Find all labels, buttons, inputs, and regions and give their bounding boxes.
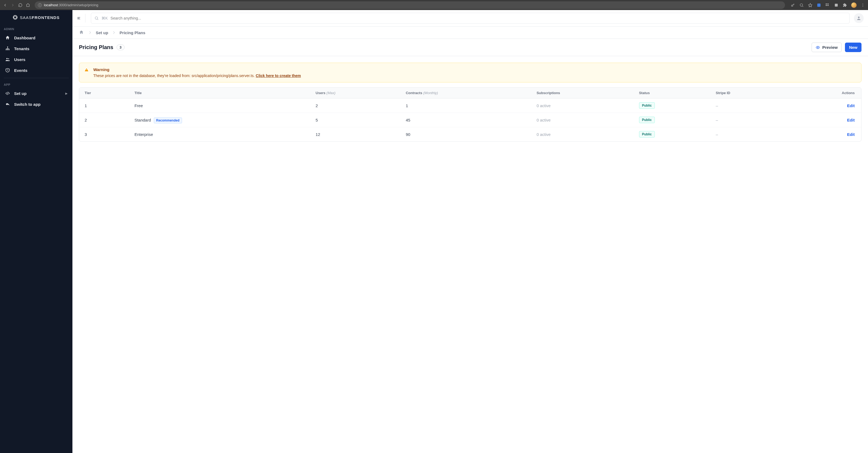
browser-back-icon[interactable]: [3, 3, 8, 8]
cell-title: Free: [131, 98, 312, 113]
sidebar-item-label: Dashboard: [14, 35, 35, 40]
sidebar-section-admin: ADMIN: [0, 25, 72, 32]
brand-text-bold: FRONTENDS: [32, 15, 59, 20]
svg-point-4: [863, 3, 863, 4]
cell-actions: Edit: [785, 127, 861, 142]
cell-stripe: –: [712, 127, 785, 142]
cell-tier: 1: [79, 98, 131, 113]
svg-rect-11: [9, 49, 9, 50]
home-icon: [5, 35, 10, 40]
svg-rect-9: [6, 49, 6, 50]
cell-subscriptions: 0 active: [533, 127, 635, 142]
browser-forward-icon[interactable]: [10, 3, 15, 8]
topbar: ⌘K: [72, 10, 868, 27]
cell-tier: 2: [79, 113, 131, 127]
sidebar-item-label: Events: [14, 68, 27, 73]
svg-point-17: [817, 47, 818, 48]
sidebar: SAASFRONTENDS ADMIN Dashboard Tenants Us…: [0, 10, 72, 453]
cell-stripe: –: [712, 113, 785, 127]
edit-link[interactable]: Edit: [847, 103, 855, 108]
edit-link[interactable]: Edit: [847, 132, 855, 137]
cell-users: 2: [312, 98, 402, 113]
warning-alert: Warning These prices are not in the data…: [79, 63, 862, 83]
clock-icon: [5, 67, 10, 73]
cell-tier: 3: [79, 127, 131, 142]
cell-subscriptions: 0 active: [533, 98, 635, 113]
new-button[interactable]: New: [845, 42, 862, 52]
th-users: Users (Max): [312, 88, 402, 98]
svg-point-16: [858, 17, 860, 18]
translate-icon[interactable]: [816, 3, 822, 8]
sidebar-item-tenants[interactable]: Tenants: [0, 43, 72, 54]
sidebar-toggle-button[interactable]: [77, 14, 86, 23]
sidebar-item-label: Switch to app: [14, 102, 41, 107]
cell-contracts: 45: [402, 113, 533, 127]
breadcrumb-setup[interactable]: Set up: [96, 30, 108, 35]
table-row: 2StandardRecommended5450 activePublic–Ed…: [79, 113, 861, 127]
cell-users: 12: [312, 127, 402, 142]
user-menu-button[interactable]: [854, 13, 864, 23]
th-subscriptions: Subscriptions: [533, 88, 635, 98]
th-title: Title: [131, 88, 312, 98]
cell-users: 5: [312, 113, 402, 127]
th-stripe: Stripe ID: [712, 88, 785, 98]
sidebar-item-users[interactable]: Users: [0, 54, 72, 65]
breadcrumb-home-icon[interactable]: [79, 30, 84, 35]
dropbox-icon[interactable]: [825, 3, 830, 8]
cell-status: Public: [635, 127, 712, 142]
extension-icon-1[interactable]: [834, 3, 839, 8]
url-host: localhost: [44, 3, 58, 7]
code-icon: [5, 91, 10, 96]
status-badge: Public: [639, 117, 655, 123]
star-icon[interactable]: [808, 3, 813, 8]
page-title: Pricing Plans: [79, 44, 113, 51]
chevron-right-icon: [88, 30, 93, 35]
chevron-right-icon: ▶: [65, 92, 67, 95]
browser-reload-icon[interactable]: [18, 3, 23, 8]
svg-point-15: [95, 17, 98, 19]
status-badge: Public: [639, 102, 655, 109]
zoom-icon[interactable]: [799, 3, 804, 8]
browser-toolbar-right: [790, 2, 865, 8]
main: ⌘K Set up Pricing Plans Pricing Plans 3 …: [72, 10, 868, 453]
sidebar-item-setup[interactable]: Set up ▶: [0, 88, 72, 99]
table-row: 1Free210 activePublic–Edit: [79, 98, 861, 113]
sidebar-item-label: Users: [14, 57, 26, 62]
profile-avatar[interactable]: [851, 2, 857, 8]
cell-contracts: 90: [402, 127, 533, 142]
key-icon[interactable]: [790, 3, 795, 8]
kebab-menu-icon[interactable]: [860, 3, 865, 8]
sidebar-item-switch-to-app[interactable]: Switch to app: [0, 99, 72, 110]
warning-icon: [84, 67, 90, 73]
info-icon: i: [38, 3, 42, 7]
extensions-puzzle-icon[interactable]: [842, 3, 847, 8]
svg-rect-8: [7, 47, 8, 48]
th-contracts: Contracts (Monthly): [402, 88, 533, 98]
svg-rect-3: [835, 3, 838, 6]
browser-chrome: i localhost:3000/admin/setup/pricing: [0, 0, 868, 10]
search-input[interactable]: [111, 16, 846, 20]
cell-status: Public: [635, 98, 712, 113]
sidebar-item-events[interactable]: Events: [0, 65, 72, 76]
edit-link[interactable]: Edit: [847, 118, 855, 122]
breadcrumb-current: Pricing Plans: [120, 30, 145, 35]
eye-icon: [816, 45, 820, 50]
cell-actions: Edit: [785, 98, 861, 113]
page-heading-row: Pricing Plans 3 Preview New: [72, 39, 868, 56]
reply-icon: [5, 101, 10, 107]
browser-home-icon[interactable]: [26, 3, 30, 8]
svg-point-5: [863, 5, 863, 5]
preview-button[interactable]: Preview: [812, 42, 842, 52]
cell-subscriptions: 0 active: [533, 113, 635, 127]
preview-button-label: Preview: [822, 45, 838, 50]
warning-link[interactable]: Click here to create them: [256, 73, 301, 78]
global-search[interactable]: ⌘K: [91, 13, 849, 24]
cell-status: Public: [635, 113, 712, 127]
search-shortcut: ⌘K: [101, 16, 108, 20]
breadcrumb: Set up Pricing Plans: [72, 27, 868, 39]
svg-point-13: [8, 58, 9, 59]
sitemap-icon: [5, 46, 10, 51]
sidebar-item-dashboard[interactable]: Dashboard: [0, 32, 72, 43]
brand-logo[interactable]: SAASFRONTENDS: [0, 13, 72, 25]
browser-url-bar[interactable]: i localhost:3000/admin/setup/pricing: [35, 1, 785, 9]
